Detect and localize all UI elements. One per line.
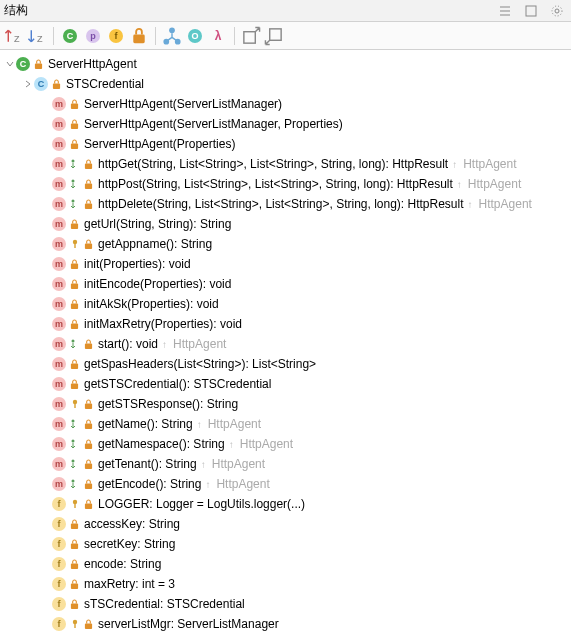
node-label: getName(): String [98, 417, 193, 431]
svg-rect-27 [70, 303, 77, 308]
node-label: getSTSCredential(): STSCredential [84, 377, 271, 391]
lock-icon [82, 179, 94, 190]
svg-rect-21 [84, 203, 91, 208]
svg-rect-9 [244, 31, 255, 42]
method-icon: m [52, 277, 66, 291]
lock-icon [68, 299, 80, 310]
method-node[interactable]: mgetAppname(): String [0, 234, 571, 254]
sort-alpha-desc-icon[interactable]: z [27, 26, 47, 46]
method-node[interactable]: mhttpDelete(String, List<String>, List<S… [0, 194, 571, 214]
method-node[interactable]: mgetEncode(): String↑HttpAgent [0, 474, 571, 494]
node-label: getTenant(): String [98, 457, 197, 471]
method-node[interactable]: mstart(): void↑HttpAgent [0, 334, 571, 354]
svg-point-33 [73, 400, 77, 404]
method-node[interactable]: mgetSTSCredential(): STSCredential [0, 374, 571, 394]
svg-rect-26 [70, 283, 77, 288]
class-node[interactable]: CSTSCredential [0, 74, 571, 94]
field-node[interactable]: faccessKey: String [0, 514, 571, 534]
field-node[interactable]: fmaxRetry: int = 3 [0, 574, 571, 594]
svg-rect-11 [34, 63, 41, 68]
filter-anonymous-icon[interactable]: O [185, 26, 205, 46]
field-icon: f [52, 517, 66, 531]
autoscroll-from-source-icon[interactable] [264, 26, 284, 46]
filter-field-icon[interactable]: f [106, 26, 126, 46]
svg-rect-22 [70, 223, 77, 228]
method-node[interactable]: mhttpPost(String, List<String>, List<Str… [0, 174, 571, 194]
collapse-icon[interactable] [4, 59, 16, 69]
node-label: initAkSk(Properties): void [84, 297, 219, 311]
lock-icon [68, 379, 80, 390]
method-node[interactable]: mServerHttpAgent(ServerListManager) [0, 94, 571, 114]
svg-rect-51 [84, 623, 91, 628]
inherit-hint: HttpAgent [463, 157, 516, 171]
override-icon [68, 179, 78, 189]
filter-class-icon[interactable]: C [60, 26, 80, 46]
tree-root[interactable]: C ServerHttpAgent [0, 54, 571, 74]
filter-inherited-icon[interactable] [162, 26, 182, 46]
filter-private-icon[interactable] [129, 26, 149, 46]
svg-point-1 [555, 9, 559, 13]
node-label: sTSCredential: STSCredential [84, 597, 245, 611]
method-node[interactable]: mgetName(): String↑HttpAgent [0, 414, 571, 434]
method-node[interactable]: mgetUrl(String, String): String [0, 214, 571, 234]
override-icon [68, 159, 78, 169]
lock-icon [68, 319, 80, 330]
structure-tree[interactable]: C ServerHttpAgent CSTSCredentialmServerH… [0, 50, 571, 637]
method-icon: m [52, 457, 66, 471]
method-node[interactable]: mgetNamespace(): String↑HttpAgent [0, 434, 571, 454]
expand-icon[interactable] [22, 79, 34, 89]
method-node[interactable]: minit(Properties): void [0, 254, 571, 274]
method-node[interactable]: minitAkSk(Properties): void [0, 294, 571, 314]
field-node[interactable]: fLOGGER: Logger = LogUtils.logger(...) [0, 494, 571, 514]
collapse-all-icon[interactable] [521, 1, 541, 21]
sort-alpha-asc-icon[interactable]: z [4, 26, 24, 46]
autoscroll-to-source-icon[interactable] [241, 26, 261, 46]
settings-icon[interactable] [547, 1, 567, 21]
svg-point-23 [73, 240, 77, 244]
svg-rect-31 [70, 363, 77, 368]
structure-toolbar: z z C p f O λ [0, 22, 571, 50]
lock-icon [82, 459, 94, 470]
node-label: httpPost(String, List<String>, List<Stri… [98, 177, 453, 191]
method-icon: m [52, 477, 66, 491]
svg-text:z: z [37, 31, 43, 43]
inherit-arrow-icon: ↑ [468, 199, 473, 210]
method-node[interactable]: mgetSpasHeaders(List<String>): List<Stri… [0, 354, 571, 374]
method-node[interactable]: mServerHttpAgent(Properties) [0, 134, 571, 154]
lock-icon [82, 159, 94, 170]
inherit-arrow-icon: ↑ [452, 159, 457, 170]
method-node[interactable]: minitEncode(Properties): void [0, 274, 571, 294]
method-icon: m [52, 317, 66, 331]
inherit-arrow-icon: ↑ [229, 439, 234, 450]
svg-point-41 [72, 480, 75, 483]
svg-point-35 [72, 420, 75, 423]
node-label: getSpasHeaders(List<String>): List<Strin… [84, 357, 316, 371]
node-label: secretKey: String [84, 537, 175, 551]
method-node[interactable]: mgetTenant(): String↑HttpAgent [0, 454, 571, 474]
separator [234, 27, 235, 45]
method-node[interactable]: minitMaxRetry(Properties): void [0, 314, 571, 334]
method-node[interactable]: mServerHttpAgent(ServerListManager, Prop… [0, 114, 571, 134]
svg-point-43 [73, 500, 77, 504]
node-label: getNamespace(): String [98, 437, 225, 451]
method-icon: m [52, 437, 66, 451]
node-label: initMaxRetry(Properties): void [84, 317, 242, 331]
filter-property-icon[interactable]: p [83, 26, 103, 46]
override-icon [68, 339, 78, 349]
filter-lambda-icon[interactable]: λ [208, 26, 228, 46]
method-node[interactable]: mgetSTSResponse(): String [0, 394, 571, 414]
svg-rect-0 [526, 6, 536, 16]
class-icon: C [16, 57, 30, 71]
expand-all-icon[interactable] [495, 1, 515, 21]
method-icon: m [52, 377, 66, 391]
field-node[interactable]: fsecretKey: String [0, 534, 571, 554]
method-icon: m [52, 297, 66, 311]
lock-icon [68, 99, 80, 110]
svg-point-29 [72, 340, 75, 343]
field-node[interactable]: fsTSCredential: STSCredential [0, 594, 571, 614]
field-node[interactable]: fserverListMgr: ServerListManager [0, 614, 571, 634]
method-node[interactable]: mhttpGet(String, List<String>, List<Stri… [0, 154, 571, 174]
field-icon: f [52, 557, 66, 571]
field-node[interactable]: fencode: String [0, 554, 571, 574]
lock-icon [82, 239, 94, 250]
